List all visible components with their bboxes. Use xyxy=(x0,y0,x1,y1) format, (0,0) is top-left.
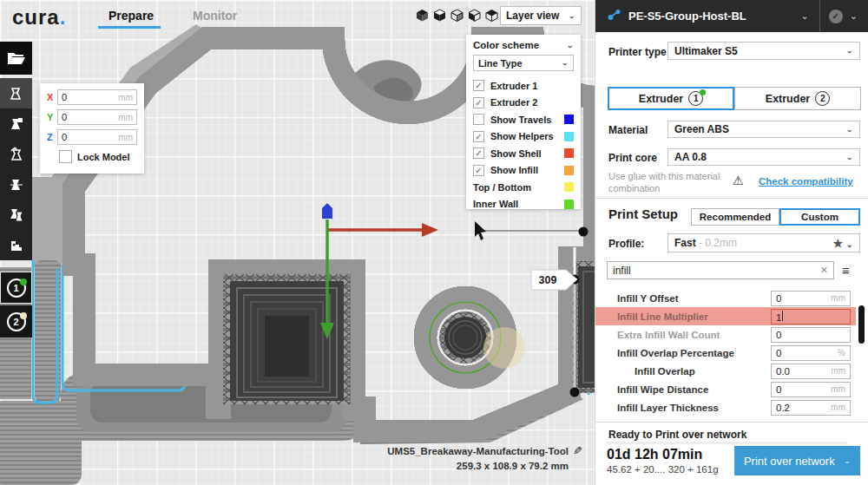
setting-row: Infill Wipe Distance 0mm xyxy=(595,380,856,398)
extruder-1-tab[interactable]: Extruder 1 xyxy=(608,87,734,110)
support-blocker-tool[interactable] xyxy=(0,230,32,260)
check-compatibility-link[interactable]: Check compatibility xyxy=(759,176,853,187)
move-tool[interactable] xyxy=(0,78,32,108)
extruder-1-button[interactable]: 1 xyxy=(0,272,32,304)
recommended-toggle[interactable]: Recommended xyxy=(691,208,779,226)
show-helpers-checkbox[interactable] xyxy=(473,131,484,142)
z-position-input[interactable]: 0mm xyxy=(57,129,137,145)
chevron-down-icon: ⌄ xyxy=(844,457,851,465)
z-axis-label: Z xyxy=(47,132,57,142)
material-label: Material xyxy=(608,124,648,136)
mirror-tool[interactable] xyxy=(0,169,32,200)
ghost-highlight xyxy=(483,327,525,369)
warning-icon: ⚠ xyxy=(733,174,744,187)
divider xyxy=(595,198,868,199)
print-time-estimate: 01d 12h 07min xyxy=(607,447,702,462)
setting-row: Infill Overlap 0.0mm xyxy=(595,362,856,380)
helpers-color-swatch xyxy=(564,132,574,141)
star-icon[interactable]: ★ xyxy=(833,237,844,250)
model-filename: UMS5_Breakaway-Manufacturing-Tool xyxy=(347,446,569,456)
show-shell-checkbox[interactable] xyxy=(473,147,484,159)
settings-scrollbar[interactable] xyxy=(858,305,865,344)
model-dimensions: 259.3 x 108.9 x 79.2 mm xyxy=(347,461,569,471)
y-axis-label: Y xyxy=(47,112,57,122)
printer-status-check-icon[interactable]: ✓ xyxy=(829,10,843,23)
chevron-down-icon: ⌄ xyxy=(846,239,853,249)
view-mode-icons xyxy=(416,9,498,22)
chevron-down-icon: ⌄ xyxy=(846,154,853,161)
profile-suffix: - 0.2mm xyxy=(699,237,737,249)
setting-value-input[interactable]: 0mm xyxy=(771,291,851,306)
chevron-down-icon: ⌄ xyxy=(569,12,575,20)
setting-row: Extra Infill Wall Count 0 xyxy=(595,325,856,344)
print-over-network-button[interactable]: Print over network⌄ xyxy=(734,446,860,475)
print-core-dropdown[interactable]: AA 0.8⌄ xyxy=(667,148,860,166)
extruder2-checkbox[interactable] xyxy=(473,97,484,108)
lock-model-checkbox[interactable] xyxy=(59,150,72,163)
setting-value-input-active[interactable]: 1 xyxy=(771,309,851,324)
printer-type-dropdown[interactable]: Ultimaker S5⌄ xyxy=(667,42,860,60)
inner-wall-color-swatch xyxy=(564,200,574,209)
y-position-input[interactable]: 0mm xyxy=(57,109,137,125)
extruder-2-number: 2 xyxy=(13,317,18,327)
extruder-1-number: 1 xyxy=(13,283,18,293)
open-folder-icon xyxy=(7,50,26,66)
setting-value-input[interactable]: 0 xyxy=(771,327,851,343)
open-file-button[interactable] xyxy=(0,42,32,75)
setting-value-input[interactable]: 0.0mm xyxy=(771,364,851,379)
material-usage-estimate: 45.62 + 20.... 320 + 161g xyxy=(607,464,719,475)
show-travels-checkbox[interactable] xyxy=(473,114,484,125)
logo-dot: . xyxy=(60,5,67,29)
setting-value-input[interactable]: 0.2mm xyxy=(771,400,851,416)
color-scheme-panel: Color scheme⌄ Line Type⌄ Extruder 1 Extr… xyxy=(466,35,581,209)
view-mode-dropdown[interactable]: Layer view ⌄ xyxy=(500,6,582,25)
material-dropdown[interactable]: Green ABS⌄ xyxy=(667,121,860,138)
extruder-select-buttons: 1 2 xyxy=(0,272,36,339)
tab-monitor[interactable]: Monitor xyxy=(193,9,237,23)
settings-menu-icon[interactable]: ≡ xyxy=(842,263,850,278)
half-view-icon[interactable] xyxy=(468,9,481,22)
extruder1-checkbox[interactable] xyxy=(473,80,484,91)
color-scheme-title: Color scheme xyxy=(473,40,539,50)
middle-pocket xyxy=(223,274,351,404)
chevron-down-icon: ⌄ xyxy=(801,10,809,22)
setting-value-input[interactable]: 0% xyxy=(771,345,851,361)
top-bottom-color-swatch xyxy=(564,182,574,192)
header-divider xyxy=(819,0,820,32)
active-tab-underline xyxy=(98,26,161,29)
rename-pencil-icon[interactable]: ✎ xyxy=(573,444,582,457)
scale-tool[interactable] xyxy=(0,108,32,139)
layer-view-icon[interactable] xyxy=(485,9,498,22)
xray-view-icon[interactable] xyxy=(450,9,464,22)
extruder-2-tab[interactable]: Extruder 2 xyxy=(734,87,861,110)
solid-view-icon[interactable] xyxy=(416,9,429,22)
per-model-settings-tool[interactable] xyxy=(0,200,32,230)
printer-header[interactable]: PE-S5-Group-Host-BL ⌄ ✓ ⌄ xyxy=(595,0,868,32)
tab-prepare[interactable]: Prepare xyxy=(108,9,154,23)
tool-column xyxy=(0,78,32,260)
rotate-tool[interactable] xyxy=(0,139,32,169)
solid-dark-view-icon[interactable] xyxy=(433,9,446,22)
line-type-dropdown[interactable]: Line Type⌄ xyxy=(473,55,574,71)
cura-logo: cura. xyxy=(12,5,66,29)
extruder-2-button[interactable]: 2 xyxy=(0,305,32,338)
x-position-input[interactable]: 0mm xyxy=(57,89,137,105)
glue-note: Use glue with this material combination xyxy=(608,170,739,195)
chevron-down-icon[interactable]: ⌄ xyxy=(567,42,574,49)
printer-name: PE-S5-Group-Host-BL xyxy=(628,10,801,23)
printer-type-label: Printer type xyxy=(608,46,667,58)
setting-value-input[interactable]: 0mm xyxy=(771,382,851,397)
chevron-down-icon[interactable]: ⌄ xyxy=(850,10,858,22)
job-status-text: Ready to Print over network xyxy=(608,429,746,441)
clear-search-icon[interactable]: ✕ xyxy=(820,265,828,276)
position-panel: X 0mm Y 0mm Z 0mm Lock Model xyxy=(40,83,144,174)
custom-toggle[interactable]: Custom xyxy=(779,208,860,226)
profile-dropdown[interactable]: Fast - 0.2mm ★ ⌄ xyxy=(667,233,860,252)
extruder-1-material-dot xyxy=(20,279,27,285)
setting-search-input[interactable]: infill ✕ xyxy=(607,261,834,279)
setting-row: Infill Overlap Percentage 0% xyxy=(595,344,856,362)
travels-color-swatch xyxy=(564,115,574,124)
setting-row: Infill Layer Thickness 0.2mm xyxy=(595,398,856,416)
lock-model-label: Lock Model xyxy=(77,152,130,162)
show-infill-checkbox[interactable] xyxy=(473,165,484,176)
